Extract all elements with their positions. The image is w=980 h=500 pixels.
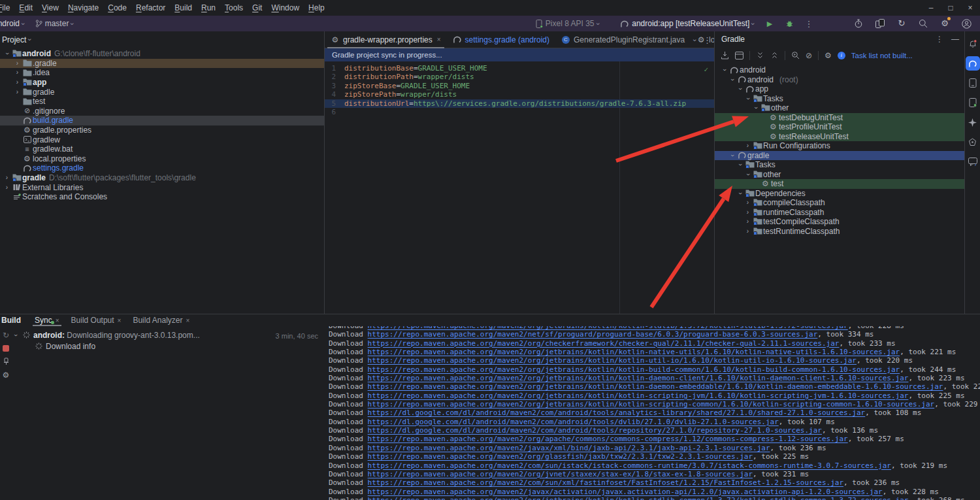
rerun-icon[interactable]: ↻ xyxy=(3,331,9,339)
chevron-right-icon[interactable]: › xyxy=(743,218,752,225)
chevron-right-icon[interactable]: › xyxy=(3,175,11,181)
menu-code[interactable]: Code xyxy=(103,0,131,16)
chevron-down-icon[interactable]: › xyxy=(737,189,743,197)
menu-git[interactable]: Git xyxy=(248,0,267,16)
chevron-right-icon[interactable]: › xyxy=(743,199,752,206)
gradle-tree-row[interactable]: ›⚙testProfileUnitTest xyxy=(715,122,964,132)
running-devices-tool-button[interactable] xyxy=(966,95,980,110)
project-tree-row[interactable]: ›⚙local.properties xyxy=(0,154,324,164)
sync-button[interactable]: ↻ xyxy=(894,16,909,31)
chevron-right-icon[interactable]: › xyxy=(13,79,22,86)
build-tab-sync[interactable]: Sync× xyxy=(29,314,65,326)
chevron-down-icon[interactable]: › xyxy=(729,151,736,159)
build-log[interactable]: Download https://repo.maven.apache.org/m… xyxy=(325,326,980,500)
chevron-down-icon[interactable]: › xyxy=(737,161,743,169)
more-actions-button[interactable]: ⋮ xyxy=(802,16,816,31)
app-quality-insights-tool-button[interactable] xyxy=(966,135,980,149)
project-tree-row[interactable]: ›app xyxy=(0,78,324,88)
run-task-icon[interactable] xyxy=(791,51,800,59)
build-subtask-row[interactable]: Download info xyxy=(12,341,325,352)
chevron-down-icon[interactable]: › xyxy=(12,331,19,339)
gradle-tree-row[interactable]: ›runtimeClasspath xyxy=(715,208,964,218)
download-url-link[interactable]: https://repo.maven.apache.org/maven2/net… xyxy=(368,330,818,339)
project-tree-row[interactable]: ›androidG:\clone\ff-flutter\android xyxy=(0,49,324,59)
menu-tools[interactable]: Tools xyxy=(220,0,248,16)
minimize-button[interactable]: – xyxy=(921,0,941,16)
gradle-tool-button[interactable] xyxy=(966,56,980,71)
settings-button[interactable]: ⚙ xyxy=(938,16,952,31)
expand-all-icon[interactable] xyxy=(756,51,764,59)
kebab-icon[interactable]: ⋮ xyxy=(703,35,711,45)
build-tab-build-analyzer[interactable]: Build Analyzer× xyxy=(127,314,195,326)
download-url-link[interactable]: https://repo.maven.apache.org/maven2/org… xyxy=(368,326,848,330)
chat-tool-button[interactable] xyxy=(966,154,980,169)
download-url-link[interactable]: https://dl.google.com/dl/android/maven2/… xyxy=(368,418,779,426)
gradle-tree-row[interactable]: ›Run Configurations xyxy=(715,141,964,151)
download-sources-icon[interactable] xyxy=(721,51,729,59)
stop-icon[interactable] xyxy=(3,345,9,352)
download-url-link[interactable]: https://repo.maven.apache.org/maven2/org… xyxy=(368,374,909,382)
toggle-view-icon[interactable] xyxy=(735,52,743,59)
gradle-settings-icon[interactable]: ⚙ xyxy=(825,52,832,59)
debug-button[interactable] xyxy=(782,16,796,31)
close-tab-icon[interactable]: × xyxy=(118,317,122,324)
download-url-link[interactable]: https://repo.maven.apache.org/maven2/org… xyxy=(368,496,909,500)
chevron-down-icon[interactable]: › xyxy=(729,75,736,84)
editor-area[interactable]: ⚙gradle-wrapper.properties×settings.grad… xyxy=(325,31,714,314)
editor-tab[interactable]: settings.gradle (android) xyxy=(447,31,555,48)
gradle-tree-row[interactable]: ›testCompileClasspath xyxy=(715,217,964,227)
gradle-tree-row[interactable]: ›other xyxy=(715,103,964,113)
download-url-link[interactable]: https://repo.maven.apache.org/maven2/org… xyxy=(368,382,943,391)
gradle-tree-row[interactable]: ›testRuntimeClasspath xyxy=(715,227,964,237)
gradle-tree-row[interactable]: ›⚙test xyxy=(715,179,964,189)
profiler-button[interactable] xyxy=(851,16,866,31)
menu-file[interactable]: File xyxy=(0,0,14,16)
gemini-tool-button[interactable] xyxy=(966,115,980,129)
project-tree-row[interactable]: ›⚙gradle.properties xyxy=(0,125,324,135)
chevron-down-icon[interactable]: › xyxy=(745,94,751,103)
download-url-link[interactable]: https://repo.maven.apache.org/maven2/org… xyxy=(368,348,900,356)
project-tree-row[interactable]: ›External Libraries xyxy=(0,182,324,192)
menu-window[interactable]: Window xyxy=(267,0,304,16)
chevron-right-icon[interactable]: › xyxy=(743,209,752,216)
chevron-down-icon[interactable]: › xyxy=(4,50,10,58)
download-url-link[interactable]: https://repo.maven.apache.org/maven2/com… xyxy=(368,461,891,470)
collapse-all-icon[interactable] xyxy=(770,51,779,59)
close-tab-icon[interactable]: × xyxy=(437,36,441,43)
editor-tab[interactable]: CGeneratedPluginRegistrant.java xyxy=(555,31,691,48)
project-tree-row[interactable]: ›≡gradlew.bat xyxy=(0,144,324,154)
chevron-right-icon[interactable]: › xyxy=(13,69,22,76)
more-icon[interactable]: ⋮ xyxy=(936,35,943,44)
close-button[interactable]: × xyxy=(960,0,980,16)
device-mirroring-button[interactable] xyxy=(873,16,887,31)
gradle-tree-row[interactable]: ›other xyxy=(715,170,964,180)
project-tree-row[interactable]: ›build.gradle xyxy=(0,116,324,125)
close-tab-icon[interactable]: × xyxy=(56,317,59,324)
run-button[interactable]: ▶ xyxy=(762,16,777,31)
chevron-right-icon[interactable]: › xyxy=(743,142,752,149)
gradle-tree-row[interactable]: ›Tasks xyxy=(715,94,964,104)
project-tree-row[interactable]: ›.gradle xyxy=(0,59,324,69)
menu-navigate[interactable]: Navigate xyxy=(63,0,103,16)
gradle-tree-row[interactable]: ›compileClasspath xyxy=(715,198,964,208)
chevron-down-icon[interactable]: › xyxy=(692,39,699,41)
account-button[interactable] xyxy=(959,16,973,31)
download-url-link[interactable]: https://repo.maven.apache.org/maven2/com… xyxy=(368,478,843,487)
project-tree-row[interactable]: ›settings.gradle xyxy=(0,163,324,173)
menu-refactor[interactable]: Refactor xyxy=(131,0,170,16)
chevron-right-icon[interactable]: › xyxy=(3,184,11,191)
download-url-link[interactable]: https://repo.maven.apache.org/maven2/org… xyxy=(368,339,840,348)
maximize-button[interactable]: □ xyxy=(941,0,960,16)
chevron-down-icon[interactable]: › xyxy=(745,170,751,178)
code-editor[interactable]: ✓ 1distributionBase=GRADLE_USER_HOME2dis… xyxy=(325,61,714,314)
download-url-link[interactable]: https://repo.maven.apache.org/maven2/org… xyxy=(368,435,848,443)
menu-edit[interactable]: Edit xyxy=(14,0,37,16)
device-selector[interactable]: Pixel 8 API 35 › xyxy=(533,16,602,31)
project-widget[interactable]: android › xyxy=(0,16,27,31)
vcs-branch-widget[interactable]: master › xyxy=(33,16,76,31)
download-url-link[interactable]: https://repo.maven.apache.org/maven2/org… xyxy=(368,400,935,408)
gradle-tree-row[interactable]: ›Tasks xyxy=(715,160,964,170)
chevron-right-icon[interactable]: › xyxy=(743,228,752,235)
gradle-tree-row[interactable]: ›android(root) xyxy=(715,75,964,85)
menu-run[interactable]: Run xyxy=(197,0,220,16)
